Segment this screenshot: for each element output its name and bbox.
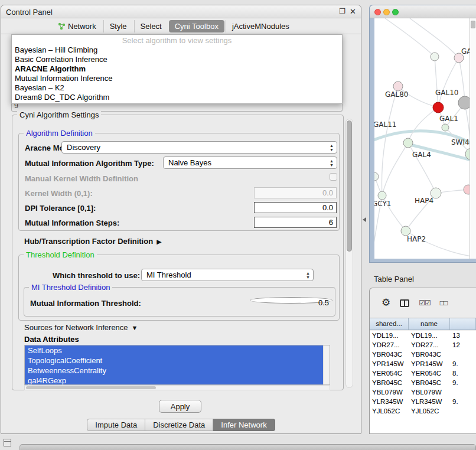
scrollbar-thumb[interactable] (471, 21, 475, 28)
list-item[interactable]: TopologicalCoefficient (25, 356, 323, 366)
tab-infer-network[interactable]: Infer Network (213, 419, 275, 431)
table-row[interactable]: YDR27...YDR27...12 (370, 340, 476, 350)
table-row[interactable]: YPR145WYPR145W9. (370, 359, 476, 369)
table-cell[interactable]: YBL079W (370, 387, 409, 397)
network-node[interactable] (403, 138, 413, 148)
table-cell[interactable] (450, 350, 476, 359)
scrollbar-thumb[interactable] (347, 120, 352, 252)
network-vertical-scrollbar[interactable] (470, 18, 476, 259)
network-canvas[interactable]: GALGAL80GAL10GAL11GAL1GAL4SWI4GCY1HAP4HA… (374, 18, 470, 259)
network-edge[interactable] (438, 58, 459, 107)
tab-jactivemnodules[interactable]: jActiveMNodules (226, 20, 295, 32)
table-cell[interactable]: YDR27... (370, 340, 409, 350)
network-edge[interactable] (410, 18, 459, 58)
tab-cyni-toolbox[interactable]: Cyni Toolbox (169, 20, 224, 32)
mi-algo-type-select[interactable]: Naive Bayes (163, 156, 337, 169)
apply-button[interactable]: Apply (159, 400, 201, 413)
dropdown-item[interactable]: Basic Correlation Inference (12, 55, 342, 64)
which-threshold-select[interactable]: MI Threshold (141, 269, 314, 281)
table-cell[interactable]: 9. (450, 378, 476, 387)
aracne-mode-select[interactable]: Discovery (61, 141, 337, 154)
table-row[interactable]: YBL079WYBL079W (370, 387, 476, 397)
gear-icon[interactable]: ⚙ (382, 298, 390, 308)
table-cell[interactable]: 9. (450, 397, 476, 406)
table-cell[interactable]: 13 (450, 331, 476, 340)
table-cell[interactable]: YDR27... (409, 340, 450, 350)
mi-steps-field[interactable]: 6 (254, 217, 337, 228)
network-node[interactable] (393, 81, 403, 91)
table-cell[interactable]: YDL19... (409, 331, 450, 340)
mi-threshold-field[interactable]: 0.5 (250, 297, 332, 304)
network-edge[interactable] (435, 57, 438, 107)
network-node[interactable] (442, 124, 449, 131)
list-horizontal-scrollbar[interactable] (24, 385, 330, 390)
tab-discretize-data[interactable]: Discretize Data (145, 419, 213, 431)
network-node[interactable] (458, 96, 470, 109)
column-header[interactable]: name (409, 318, 450, 330)
sources-section-toggle[interactable]: Sources for Network Inference▼ (24, 323, 138, 332)
table-row[interactable]: YBR043CYBR043C (370, 350, 476, 359)
settings-scrollbar[interactable] (345, 119, 353, 388)
minimized-panel-icon[interactable] (4, 439, 11, 446)
table-row[interactable]: YER054CYER054C8. (370, 369, 476, 378)
tab-select[interactable]: Select (134, 20, 168, 32)
dpi-tolerance-field[interactable]: 0.0 (254, 202, 337, 213)
table-cell[interactable] (450, 406, 476, 416)
hub-section-toggle[interactable]: Hub/Transcription Factor Definition▶ (24, 237, 162, 246)
tab-style[interactable]: Style (103, 20, 133, 32)
dropdown-item[interactable]: ARACNE Algorithm (12, 64, 342, 74)
table-cell[interactable]: 8. (450, 369, 476, 378)
list-item[interactable]: BetweennessCentrality (25, 366, 323, 376)
table-cell[interactable]: YBR043C (409, 350, 450, 359)
table-cell[interactable]: YPR145W (409, 359, 450, 369)
tab-network[interactable]: Network (52, 20, 102, 32)
network-node[interactable] (401, 226, 410, 236)
dropdown-item[interactable]: Bayesian – Hill Climbing (12, 45, 342, 55)
table-cell[interactable]: YLR345W (370, 397, 409, 406)
table-cell[interactable]: YBR045C (370, 378, 409, 387)
network-svg[interactable]: GALGAL80GAL10GAL11GAL1GAL4SWI4GCY1HAP4HA… (374, 18, 470, 259)
table-cell[interactable]: YPR145W (370, 359, 409, 369)
network-node[interactable] (378, 191, 386, 200)
table-cell[interactable] (450, 387, 476, 397)
table-cell[interactable]: YBR043C (370, 350, 409, 359)
table-row[interactable]: YLR345WYLR345W9. (370, 397, 476, 406)
network-edge[interactable] (382, 86, 398, 195)
dropdown-item[interactable]: Mutual Information Inference (12, 74, 342, 83)
column-header[interactable]: shared... (370, 318, 409, 330)
dropdown-item[interactable]: Dream8 DC_TDC Algorithm (12, 93, 342, 102)
table-cell[interactable]: YBR045C (409, 378, 450, 387)
network-node[interactable] (433, 102, 444, 113)
network-edge[interactable] (382, 143, 408, 195)
table-cell[interactable]: YJL052C (370, 406, 409, 416)
manual-kernel-checkbox[interactable] (330, 173, 337, 181)
network-edge[interactable] (408, 107, 438, 143)
table-cell[interactable]: YBL079W (409, 387, 450, 397)
table-cell[interactable]: YLR345W (409, 397, 450, 406)
table-cell[interactable]: 12 (450, 340, 476, 350)
table-cell[interactable]: YDL19... (370, 331, 409, 340)
list-vertical-scrollbar[interactable] (323, 345, 330, 384)
select-all-icon[interactable]: ☑☑ (419, 299, 431, 307)
table-row[interactable]: YDL19...YDL19...13 (370, 331, 476, 340)
splitter-collapse-arrow-icon[interactable] (363, 217, 366, 222)
network-edge[interactable] (385, 18, 435, 57)
tab-impute-data[interactable]: Impute Data (87, 419, 145, 431)
zoom-button[interactable] (392, 9, 399, 15)
list-item[interactable]: SelfLoops (25, 345, 323, 356)
table-row[interactable]: YBR045CYBR045C9. (370, 378, 476, 387)
table-cell[interactable]: 9. (450, 359, 476, 369)
network-node[interactable] (431, 53, 439, 61)
network-node[interactable] (374, 172, 379, 181)
column-browser-icon[interactable] (400, 299, 409, 307)
kernel-width-field[interactable]: 0.0 (254, 187, 337, 198)
list-item[interactable]: gal4RGexp (25, 376, 323, 385)
close-icon[interactable]: ✕ (350, 7, 356, 16)
table-cell[interactable]: YJL052C (409, 406, 450, 416)
dropdown-item[interactable]: Bayesian – K2 (12, 83, 342, 93)
scrollbar-thumb[interactable] (26, 386, 156, 389)
table-row[interactable]: YJL052CYJL052C (370, 406, 476, 416)
minimize-button[interactable] (383, 9, 390, 15)
select-none-icon[interactable]: □□ (440, 299, 448, 307)
table-cell[interactable]: YER054C (409, 369, 450, 378)
